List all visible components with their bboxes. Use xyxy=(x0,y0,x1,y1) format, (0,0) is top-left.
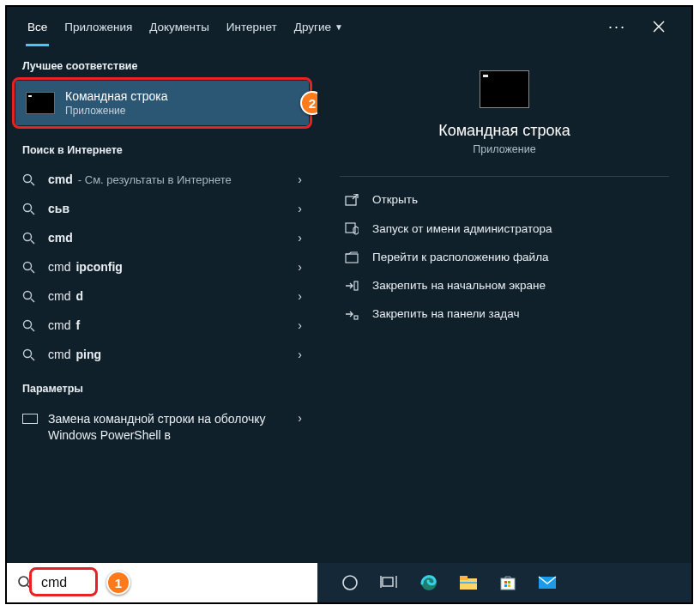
tab-other[interactable]: Другие ▼ xyxy=(286,7,352,46)
action-open-location[interactable]: Перейти к расположению файла xyxy=(340,243,669,271)
svg-line-1 xyxy=(31,182,34,185)
svg-line-20 xyxy=(27,585,32,590)
action-open[interactable]: Открыть xyxy=(340,185,669,214)
web-result-item[interactable]: cmd› xyxy=(7,223,317,252)
chevron-right-icon: › xyxy=(298,260,302,274)
web-result-label: cmd ipconfig xyxy=(48,260,298,274)
admin-shield-icon xyxy=(343,221,360,235)
close-button[interactable] xyxy=(638,20,679,33)
search-icon xyxy=(22,348,36,361)
svg-line-3 xyxy=(31,211,34,215)
action-pin-taskbar[interactable]: Закрепить на панели задач xyxy=(340,299,669,328)
taskbar: 1 xyxy=(7,563,691,602)
svg-point-8 xyxy=(24,291,32,299)
tab-documents[interactable]: Документы xyxy=(141,7,218,46)
pin-taskbar-icon xyxy=(343,308,360,320)
svg-point-2 xyxy=(24,203,32,211)
svg-point-0 xyxy=(24,174,32,182)
web-result-item[interactable]: cmd- См. результаты в Интернете› xyxy=(7,165,317,194)
more-options-button[interactable]: ··· xyxy=(596,18,638,36)
detail-subtitle: Приложение xyxy=(473,143,535,155)
tab-all[interactable]: Все xyxy=(19,7,56,46)
search-icon xyxy=(22,232,36,245)
search-icon xyxy=(17,575,33,590)
taskbar-icons xyxy=(317,572,691,593)
svg-point-21 xyxy=(343,576,357,590)
chevron-right-icon: › xyxy=(298,411,302,425)
web-result-label: cmd ping xyxy=(48,348,298,361)
web-result-label: cmd- См. результаты в Интернете xyxy=(48,172,298,186)
chevron-right-icon: › xyxy=(298,348,302,361)
best-match-heading: Лучшее соответствие xyxy=(7,46,317,81)
search-icon xyxy=(22,261,36,274)
open-icon xyxy=(343,194,360,206)
pin-start-icon xyxy=(343,280,360,292)
web-result-item[interactable]: cmdd› xyxy=(7,281,317,311)
search-scope-tabs: Все Приложения Документы Интернет Другие… xyxy=(7,7,691,46)
svg-rect-17 xyxy=(354,281,358,290)
svg-rect-29 xyxy=(501,578,515,590)
svg-rect-28 xyxy=(460,582,477,584)
action-location-label: Перейти к расположению файла xyxy=(372,251,549,263)
web-result-label: cmdd xyxy=(48,289,298,303)
tab-other-label: Другие xyxy=(294,21,331,33)
best-match-subtitle: Приложение xyxy=(65,105,167,117)
action-pin-taskbar-label: Закрепить на панели задач xyxy=(372,307,519,320)
svg-point-19 xyxy=(19,577,28,586)
web-result-item[interactable]: cmd ipconfig› xyxy=(7,252,317,281)
search-icon xyxy=(22,173,36,186)
svg-line-11 xyxy=(31,328,34,331)
web-result-label: cmd xyxy=(48,231,298,245)
cortana-icon[interactable] xyxy=(340,572,360,593)
action-open-label: Открыть xyxy=(372,193,418,206)
task-view-icon[interactable] xyxy=(379,572,400,593)
web-search-heading: Поиск в Интернете xyxy=(7,130,317,165)
chevron-right-icon: › xyxy=(298,318,302,332)
svg-point-4 xyxy=(24,233,32,240)
web-result-item[interactable]: сьв› xyxy=(7,194,317,223)
best-match-item[interactable]: Командная строка Приложение 2 xyxy=(15,81,309,125)
settings-item-icon xyxy=(22,414,38,424)
web-result-item[interactable]: cmdf› xyxy=(7,311,317,340)
svg-line-9 xyxy=(31,299,34,302)
microsoft-store-icon[interactable] xyxy=(498,572,518,593)
settings-result-item[interactable]: Замена командной строки на оболочку Wind… xyxy=(7,403,317,451)
web-result-label: сьв xyxy=(48,202,298,215)
svg-line-7 xyxy=(31,269,34,273)
chevron-right-icon: › xyxy=(298,231,302,245)
mail-icon[interactable] xyxy=(537,572,558,593)
svg-line-5 xyxy=(31,240,34,244)
chevron-right-icon: › xyxy=(298,172,302,186)
detail-panel: Командная строка Приложение Открыть Запу… xyxy=(317,46,691,563)
web-result-label: cmdf xyxy=(48,318,298,332)
edge-icon[interactable] xyxy=(419,572,439,593)
tab-apps[interactable]: Приложения xyxy=(56,7,141,46)
svg-point-6 xyxy=(24,262,32,269)
svg-rect-27 xyxy=(460,576,468,580)
search-icon xyxy=(22,319,36,332)
action-pin-start-label: Закрепить на начальном экране xyxy=(372,279,546,292)
action-pin-start[interactable]: Закрепить на начальном экране xyxy=(340,271,669,299)
command-prompt-icon xyxy=(26,92,55,114)
detail-title: Командная строка xyxy=(438,122,570,140)
web-result-item[interactable]: cmd ping› xyxy=(7,340,317,369)
command-prompt-icon xyxy=(480,70,529,108)
folder-location-icon xyxy=(343,251,360,263)
search-icon xyxy=(22,290,36,303)
tab-web[interactable]: Интернет xyxy=(218,7,286,46)
svg-point-12 xyxy=(24,349,32,357)
file-explorer-icon[interactable] xyxy=(458,572,479,593)
chevron-right-icon: › xyxy=(298,289,302,303)
best-match-title: Командная строка xyxy=(65,89,167,103)
svg-point-10 xyxy=(24,320,32,328)
search-icon xyxy=(22,203,36,215)
settings-item-label: Замена командной строки на оболочку Wind… xyxy=(48,411,298,444)
search-box[interactable]: 1 xyxy=(7,563,317,602)
divider xyxy=(340,176,669,177)
action-run-as-admin[interactable]: Запуск от имени администратора xyxy=(340,214,669,243)
settings-heading: Параметры xyxy=(7,369,317,403)
annotation-badge-1: 1 xyxy=(106,571,130,595)
svg-rect-16 xyxy=(346,254,358,263)
svg-line-13 xyxy=(31,357,34,360)
chevron-down-icon: ▼ xyxy=(335,22,343,32)
